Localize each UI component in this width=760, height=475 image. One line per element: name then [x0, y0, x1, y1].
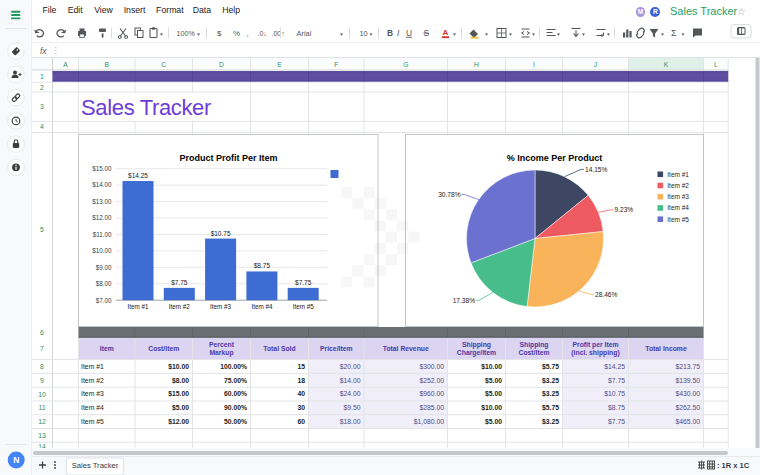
svg-text:$9.00: $9.00 [95, 264, 111, 271]
svg-text:.00↑: .00↑ [271, 30, 284, 37]
svg-text:$9.50: $9.50 [343, 404, 360, 411]
svg-text:40: 40 [297, 390, 305, 397]
svg-text:B: B [387, 28, 393, 38]
svg-text:Arial: Arial [296, 29, 311, 38]
svg-text:$252.00: $252.00 [419, 377, 444, 384]
svg-text:D: D [219, 61, 224, 68]
svg-text:Item #3: Item #3 [667, 193, 689, 200]
svg-text:$139.50: $139.50 [675, 377, 700, 384]
svg-text:Item #4: Item #4 [667, 204, 689, 211]
svg-text:F: F [334, 61, 338, 68]
svg-text:30: 30 [297, 404, 305, 411]
svg-text:$3.25: $3.25 [541, 418, 558, 426]
svg-text:60: 60 [297, 418, 305, 425]
svg-text:17.38%: 17.38% [452, 297, 475, 304]
svg-text:$5.00: $5.00 [484, 418, 501, 426]
svg-text:N: N [13, 455, 19, 465]
svg-text:$7.75: $7.75 [171, 279, 188, 286]
svg-text:$5.00: $5.00 [171, 404, 188, 412]
svg-text:9: 9 [40, 377, 44, 384]
svg-text:Sales Tracker: Sales Tracker [71, 461, 118, 470]
svg-text:Sales Tracker: Sales Tracker [81, 95, 211, 120]
svg-text:$18.00: $18.00 [339, 418, 360, 425]
svg-text:11: 11 [38, 404, 45, 411]
svg-text:100%: 100% [176, 29, 195, 38]
svg-text:$14.00: $14.00 [339, 377, 360, 384]
svg-text:$5.00: $5.00 [484, 377, 501, 385]
svg-text:Shipping: Shipping [461, 341, 490, 349]
svg-text:75.00%: 75.00% [223, 377, 246, 384]
svg-text:$8.75: $8.75 [253, 262, 270, 269]
svg-text:$20.00: $20.00 [339, 363, 360, 370]
svg-text:$8.00: $8.00 [95, 280, 111, 287]
svg-text:$14.25: $14.25 [604, 363, 625, 370]
svg-text:$8.75: $8.75 [607, 404, 624, 411]
svg-text:Cost/Item: Cost/Item [148, 345, 179, 352]
svg-text:8: 8 [40, 363, 44, 370]
svg-text:$15.00: $15.00 [168, 390, 189, 398]
svg-text:50.00%: 50.00% [223, 418, 246, 425]
svg-text:$300.00: $300.00 [419, 363, 444, 370]
svg-text:100.00%: 100.00% [220, 363, 247, 370]
svg-text:$10.00: $10.00 [168, 363, 189, 371]
svg-text:$960.00: $960.00 [419, 390, 444, 397]
svg-text:Markup: Markup [209, 349, 233, 357]
svg-text:$1,080.00: $1,080.00 [413, 418, 443, 425]
svg-text:$3.25: $3.25 [541, 390, 558, 398]
svg-text:13: 13 [38, 432, 46, 439]
svg-text:Charge/Item: Charge/Item [456, 349, 495, 357]
svg-text:$24.00: $24.00 [339, 390, 360, 397]
svg-text:E: E [277, 61, 282, 68]
svg-text:Σ: Σ [671, 28, 677, 38]
svg-text:: 1R x 1C: : 1R x 1C [717, 461, 750, 470]
svg-text:Total Income: Total Income [645, 345, 687, 352]
svg-text:$7.75: $7.75 [295, 279, 312, 286]
svg-text:60.00%: 60.00% [223, 390, 246, 397]
svg-text:$10.75: $10.75 [210, 230, 230, 237]
svg-text:,: , [246, 29, 248, 38]
svg-text:Cost/Item: Cost/Item [518, 349, 549, 356]
svg-text:$14.00: $14.00 [92, 181, 112, 188]
svg-text:$7.75: $7.75 [607, 418, 624, 425]
svg-text:14.15%: 14.15% [585, 166, 608, 173]
svg-text:Shipping: Shipping [519, 341, 548, 349]
svg-text:4: 4 [40, 123, 44, 130]
svg-text:$7.00: $7.00 [95, 297, 111, 304]
svg-text:5: 5 [40, 226, 44, 233]
svg-text:S: S [423, 28, 429, 38]
svg-text:$5.75: $5.75 [541, 404, 558, 412]
svg-text:$12.00: $12.00 [92, 214, 112, 221]
svg-text:Item #5: Item #5 [81, 418, 104, 425]
svg-text:Item #4: Item #4 [251, 303, 272, 310]
svg-text:Product Profit Per Item: Product Profit Per Item [179, 153, 277, 163]
svg-text:$262.50: $262.50 [675, 404, 700, 411]
svg-text:30.78%: 30.78% [438, 191, 461, 198]
svg-text:$15.00: $15.00 [92, 165, 112, 172]
svg-text:Percent: Percent [209, 341, 235, 348]
svg-text:I: I [397, 28, 400, 38]
svg-text:Item #5: Item #5 [667, 216, 689, 223]
svg-text:H: H [474, 61, 479, 68]
svg-text:6: 6 [40, 329, 44, 336]
svg-text:A: A [442, 28, 448, 37]
svg-text:Total Revenue: Total Revenue [382, 345, 428, 352]
svg-text:Item #2: Item #2 [168, 303, 189, 310]
svg-text:Item #2: Item #2 [667, 182, 689, 189]
svg-text:$465.00: $465.00 [675, 418, 700, 425]
svg-text:U: U [406, 28, 412, 38]
svg-text:$: $ [217, 29, 222, 38]
svg-text:10: 10 [359, 29, 367, 38]
svg-text:$5.00: $5.00 [484, 390, 501, 398]
svg-text:Item #1: Item #1 [667, 171, 689, 178]
svg-text:Profit per Item: Profit per Item [572, 341, 618, 349]
svg-text:7: 7 [40, 345, 44, 352]
svg-text:$5.75: $5.75 [541, 363, 558, 371]
svg-text:Item #4: Item #4 [81, 404, 104, 411]
svg-text:%: % [233, 29, 240, 38]
svg-text:$213.75: $213.75 [675, 363, 700, 370]
svg-text:18: 18 [297, 377, 305, 384]
svg-text:Item #1: Item #1 [81, 363, 104, 370]
svg-text:$13.00: $13.00 [92, 198, 112, 205]
svg-text:Item #1: Item #1 [127, 303, 148, 310]
svg-text:28.46%: 28.46% [595, 291, 618, 298]
